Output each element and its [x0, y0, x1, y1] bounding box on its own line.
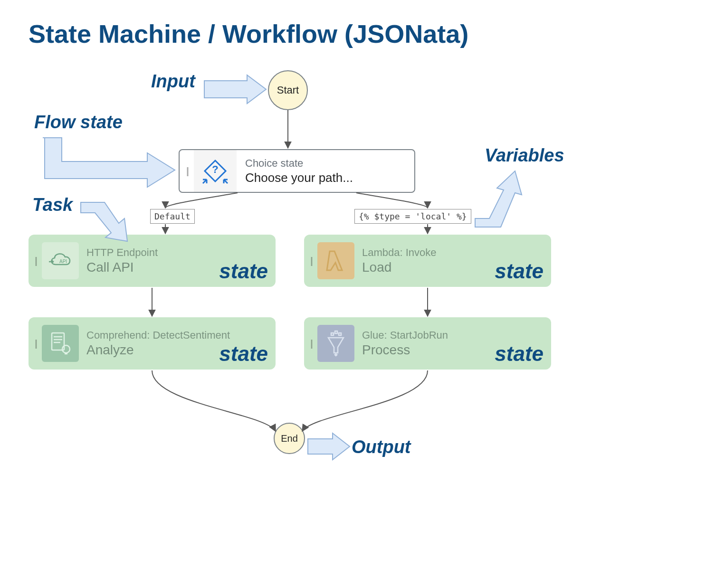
state-card-glue: || Glue: StartJobRun Process state	[304, 317, 551, 370]
lambda-icon	[317, 242, 354, 279]
state-tag: state	[219, 342, 268, 366]
state-card-comprehend: || Comprehend: DetectSentiment Analyze s…	[29, 317, 276, 370]
choice-name-label: Choose your path...	[245, 171, 353, 185]
document-icon	[42, 325, 79, 362]
drag-handle-icon: ||	[29, 338, 42, 349]
svg-text:API: API	[59, 259, 67, 264]
arrow-input	[204, 75, 266, 104]
svg-point-3	[62, 345, 70, 353]
state-card-lambda: || Lambda: Invoke Load state	[304, 235, 551, 287]
lambda-glyph-icon	[325, 247, 347, 274]
svg-rect-4	[331, 333, 334, 335]
api-icon: API	[42, 242, 79, 279]
svg-text:?: ?	[212, 163, 218, 175]
diagram-canvas: State Machine / Workflow (JSONata) Input…	[0, 0, 706, 588]
end-node: End	[274, 423, 305, 454]
state-name: Analyze	[86, 342, 230, 358]
state-tag: state	[495, 342, 544, 366]
state-text: Glue: StartJobRun Process	[362, 329, 448, 358]
start-node: Start	[268, 70, 308, 110]
label-input: Input	[151, 71, 195, 92]
choice-state-box: || ? Choice state Choose your path...	[179, 149, 415, 193]
state-tag: state	[219, 259, 268, 283]
arrow-output	[308, 433, 350, 460]
state-name: Process	[362, 342, 448, 358]
state-text: HTTP Endpoint Call API	[86, 247, 158, 275]
branch-label-local: {% $type = 'local' %}	[354, 209, 471, 224]
cloud-api-icon: API	[47, 250, 74, 271]
arrow-flow-state	[43, 138, 175, 187]
state-type: HTTP Endpoint	[86, 247, 158, 259]
choice-icon-wrap: ?	[194, 150, 237, 192]
drag-handle-icon: ||	[304, 338, 317, 349]
drag-handle-icon: ||	[304, 256, 317, 266]
choice-type-label: Choice state	[245, 157, 353, 170]
connector-layer	[0, 0, 706, 588]
state-text: Lambda: Invoke Load	[362, 247, 437, 275]
label-flow-state: Flow state	[34, 112, 123, 133]
branch-label-default: Default	[150, 209, 195, 224]
label-task: Task	[32, 195, 73, 215]
arrow-variables	[475, 171, 522, 227]
drag-handle-icon: ||	[29, 256, 42, 266]
funnel-glyph-icon	[324, 330, 347, 357]
page-title: State Machine / Workflow (JSONata)	[29, 19, 468, 48]
state-type: Comprehend: DetectSentiment	[86, 329, 230, 341]
svg-rect-6	[339, 333, 341, 335]
svg-rect-5	[335, 331, 337, 333]
funnel-icon	[317, 325, 354, 362]
state-type: Glue: StartJobRun	[362, 329, 448, 341]
label-output: Output	[352, 437, 411, 457]
state-card-http: || API HTTP Endpoint Call API state	[29, 235, 276, 287]
choice-icon: ?	[201, 157, 229, 185]
choice-text: Choice state Choose your path...	[237, 157, 353, 185]
state-text: Comprehend: DetectSentiment Analyze	[86, 329, 230, 358]
state-type: Lambda: Invoke	[362, 247, 437, 259]
drag-handle-icon: ||	[180, 166, 194, 177]
state-name: Load	[362, 260, 437, 275]
doc-bulb-icon	[49, 330, 72, 357]
label-variables: Variables	[485, 145, 564, 166]
state-name: Call API	[86, 260, 158, 275]
state-tag: state	[495, 259, 544, 283]
